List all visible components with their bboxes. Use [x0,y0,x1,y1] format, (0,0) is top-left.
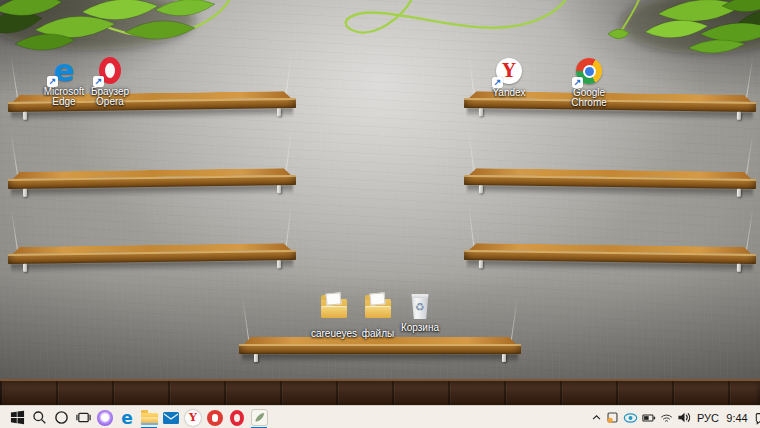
wallpaper-floor [0,379,760,407]
desktop-icon-label: Google Chrome [557,88,621,108]
yandex-browser-button[interactable]: Y [182,406,204,428]
shortcut-arrow-icon: ↗ [93,76,104,87]
chevron-up-icon [591,412,602,423]
action-center-icon [755,411,760,425]
edge-icon: e [121,410,133,426]
search-button[interactable] [28,406,50,428]
shelf-peg [737,264,741,272]
careueyes-button[interactable] [248,406,270,428]
language-indicator[interactable]: РУС [696,406,720,428]
red-app-icon [207,410,223,426]
start-button[interactable] [6,406,28,428]
eye-icon [623,412,638,424]
desktop-icon-label: Корзина [388,323,452,333]
volume-icon [677,411,692,424]
volume-button[interactable] [677,406,692,428]
task-view-icon [76,410,91,425]
shortcut-arrow-icon: ↗ [572,77,583,88]
opera-icon [230,410,244,426]
careueyes-tray-button[interactable] [623,406,638,428]
mail-icon [163,412,179,424]
folder-icon [321,299,347,318]
taskbar: e Y [0,405,760,428]
alice-assistant-icon [97,410,113,426]
hidden-icons-chevron[interactable] [591,406,602,428]
shelf-peg [737,112,741,120]
desktop-icon-label: Yandex [477,88,541,98]
system-tray: РУС 9:44 [591,406,760,428]
clock[interactable]: 9:44 [724,406,750,428]
yandex-icon: Y [185,410,201,426]
shortcut-arrow-icon: ↗ [47,76,58,87]
opera-taskbar-button[interactable] [226,406,248,428]
shelf-peg [23,112,27,120]
shelf-front [239,344,521,354]
desktop-icon-google-chrome[interactable]: ↗ Google Chrome [557,57,621,108]
shelf-peg [502,354,506,362]
wifi-icon [660,412,673,424]
desktop-icon-yandex[interactable]: Y ↗ Yandex [477,57,541,98]
shelf-peg [479,260,483,268]
shelf-peg [277,185,281,193]
mail-button[interactable] [160,406,182,428]
shelf-bottom-right [464,243,756,277]
shelf-bottom-left [8,243,296,277]
task-view-button[interactable] [72,406,94,428]
windows-logo-icon [10,410,25,425]
shelf-peg [277,260,281,268]
edge-taskbar-button[interactable]: e [116,406,138,428]
battery-icon [642,412,656,424]
shelf-peg [23,189,27,197]
shelf-peg [277,108,281,116]
tray-app-icon [606,411,619,424]
shelf-middle-right [464,168,756,202]
shelf-peg [737,189,741,197]
desktop-screen: e ↗ Microsoft Edge ↗ Браузер Opera Y ↗ Y… [0,0,760,428]
taskbar-buttons: e Y [6,406,270,428]
shelf-peg [479,185,483,193]
file-explorer-icon [141,413,158,425]
network-button[interactable] [660,406,673,428]
shelf-peg [23,264,27,272]
desktop-icon-recycle-bin[interactable]: ♻ Корзина [388,291,452,333]
shelf-bottom-center [239,337,521,367]
shelf-middle-left [8,168,296,202]
shelf-shadow [242,354,518,363]
cortana-button[interactable] [50,406,72,428]
careueyes-icon [251,409,268,426]
shortcut-arrow-icon: ↗ [492,77,503,88]
search-icon [32,410,47,425]
desktop-icon-opera[interactable]: ↗ Браузер Opera [78,57,142,107]
red-app-button[interactable] [204,406,226,428]
battery-button[interactable] [642,406,656,428]
alice-assistant-button[interactable] [94,406,116,428]
action-center-button[interactable] [754,406,760,428]
file-explorer-button[interactable] [138,406,160,428]
shelf-peg [254,354,258,362]
shelf-peg [479,108,483,116]
tray-app-button[interactable] [606,406,619,428]
desktop-icon-label: Браузер Opera [78,87,142,107]
recycle-bin-icon: ♻ [410,293,430,319]
cortana-circle-icon [54,410,69,425]
